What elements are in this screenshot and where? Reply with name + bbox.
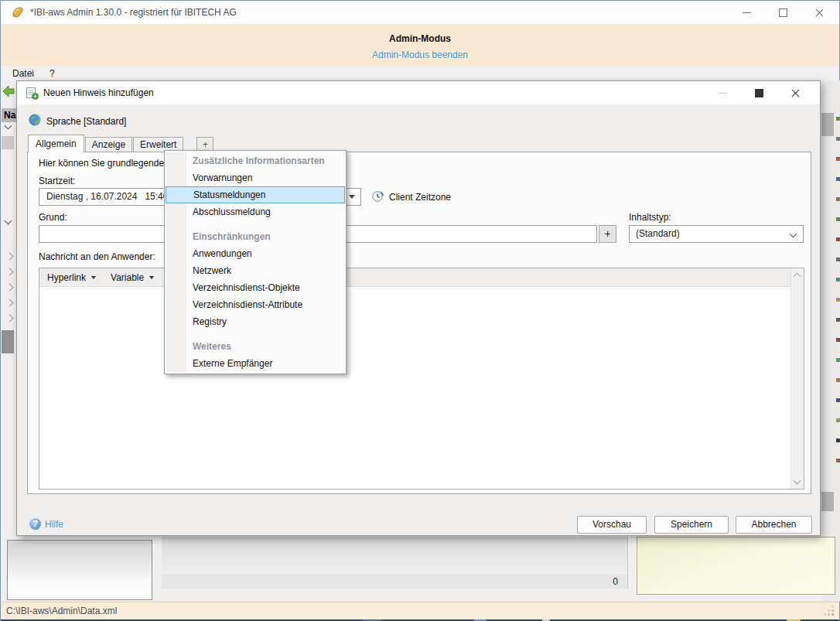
editor-toolbar: Hyperlink Variable Be <box>39 268 791 287</box>
status-bar: C:\IBI-aws\Admin\Data.xml <box>2 602 838 620</box>
menu-item-datei[interactable]: Datei <box>12 68 34 79</box>
dialog-minimize-button[interactable] <box>705 81 741 104</box>
nachricht-label: Nachricht an den Anwender: <box>39 251 155 262</box>
dialog-maximize-button[interactable] <box>741 81 777 104</box>
dropdown-arrow-icon <box>349 195 355 202</box>
help-icon <box>29 518 41 530</box>
tree-fragment <box>2 330 14 353</box>
menu-item-abschlussmeldung[interactable]: Abschlussmeldung <box>165 203 346 220</box>
informationsarten-menu: Zusätzliche Informationsarten Vorwarnung… <box>164 150 347 374</box>
menu-item-netzwerk[interactable]: Netzwerk <box>165 262 346 279</box>
tree-panel-fragment <box>7 540 152 600</box>
menu-spacer <box>165 330 346 338</box>
close-icon <box>815 9 824 17</box>
inhaltstyp-select[interactable]: (Standard) <box>629 225 804 243</box>
dropdown-arrow-icon <box>91 275 96 281</box>
menu-spacer <box>165 220 346 228</box>
inhaltstyp-label: Inhaltstyp: <box>629 212 671 223</box>
right-edge-fragment <box>821 80 840 602</box>
startzeit-value: Dienstag , 16.07.2024 15:40 <box>46 191 168 202</box>
app-title: *IBI-aws Admin 1.30.0 - registriert für … <box>30 7 237 18</box>
scroll-up-icon[interactable] <box>794 273 801 281</box>
intro-text: Hier können Sie grundlegende Ei <box>39 158 175 169</box>
dialog-titlebar: Neuen Hinweis hinzufügen <box>17 81 820 104</box>
chevron-down-icon[interactable] <box>5 122 12 130</box>
dialog-title: Neuen Hinweis hinzufügen <box>43 87 154 98</box>
startzeit-label: Startzeit: <box>39 176 75 186</box>
combo-chevron-icon <box>790 230 797 238</box>
app-icon <box>11 5 25 19</box>
menu-item-verzeichnisdienst-attribute[interactable]: Verzeichnisdienst-Attribute <box>165 296 346 313</box>
dialog-neuen-hinweis: Neuen Hinweis hinzufügen Sprache [Standa… <box>16 80 821 536</box>
menu-header-weiteres: Weiteres <box>165 338 346 355</box>
menu-header-informationsarten: Zusätzliche Informationsarten <box>165 152 346 169</box>
tab-page-allgemein: Hier können Sie grundlegende Ei Startzei… <box>27 152 811 494</box>
tab-allgemein[interactable]: Allgemein <box>28 135 84 152</box>
tab-anzeige[interactable]: Anzeige <box>85 137 132 152</box>
vorschau-button[interactable]: Vorschau <box>577 516 647 534</box>
dropdown-arrow-icon <box>149 275 154 281</box>
tree-column-header: Na <box>2 108 17 122</box>
count-row: 0 <box>162 573 627 589</box>
timezone-clock-icon <box>371 189 384 203</box>
maximize-icon <box>755 89 763 97</box>
variable-menu-button[interactable]: Variable <box>111 272 155 283</box>
scroll-down-icon[interactable] <box>794 477 801 485</box>
abbrechen-button[interactable]: Abbrechen <box>736 516 812 534</box>
close-icon <box>791 89 800 97</box>
language-globe-icon <box>29 114 41 126</box>
message-editor[interactable]: Hyperlink Variable Be <box>39 268 804 490</box>
menu-item-verzeichnisdienst-objekte[interactable]: Verzeichnisdienst-Objekte <box>165 279 346 296</box>
language-label: Sprache [Standard] <box>46 116 126 127</box>
minimize-button[interactable] <box>729 1 765 24</box>
menu-item-registry[interactable]: Registry <box>165 313 346 330</box>
list-panel-fragment: 0 <box>162 537 628 589</box>
dialog-close-button[interactable] <box>777 81 814 104</box>
hyperlink-menu-button[interactable]: Hyperlink <box>47 272 97 283</box>
speichern-button[interactable]: Speichern <box>654 516 729 534</box>
inhaltstyp-value: (Standard) <box>636 228 680 239</box>
help-link[interactable]: Hilfe <box>45 519 63 530</box>
resize-grip-icon[interactable] <box>831 613 834 616</box>
message-content[interactable] <box>39 287 791 489</box>
back-icon[interactable] <box>2 84 15 98</box>
chevron-right-icon[interactable] <box>6 253 14 261</box>
chevron-down-icon[interactable] <box>5 217 12 225</box>
preview-panel-fragment <box>637 537 835 595</box>
admin-mode-title: Admin-Modus <box>2 33 838 44</box>
admin-mode-banner: Admin-Modus Admin-Modus beenden <box>2 24 838 67</box>
menu-item-help[interactable]: ? <box>50 68 55 79</box>
menu-item-anwendungen[interactable]: Anwendungen <box>165 245 346 262</box>
chevron-right-icon[interactable] <box>6 315 14 322</box>
menu-item-statusmeldungen[interactable]: Statusmeldungen <box>166 186 345 203</box>
statusbar-file-path: C:\IBI-aws\Admin\Data.xml <box>6 606 117 616</box>
admin-mode-exit-link[interactable]: Admin-Modus beenden <box>372 49 468 60</box>
dialog-icon <box>26 87 39 100</box>
main-window: *IBI-aws Admin 1.30.0 - registriert für … <box>0 0 840 621</box>
dialog-window-controls <box>705 81 814 104</box>
menu-item-vorwarnungen[interactable]: Vorwarnungen <box>165 169 346 186</box>
menu-header-einschraenkungen: Einschränkungen <box>165 228 346 245</box>
minimize-icon <box>743 12 751 13</box>
close-button[interactable] <box>801 1 838 24</box>
app-titlebar: *IBI-aws Admin 1.30.0 - registriert für … <box>1 1 839 24</box>
menu-item-externe-empfaenger[interactable]: Externe Empfänger <box>165 355 346 372</box>
window-controls <box>729 1 838 24</box>
menu-bar: Datei ? <box>2 67 838 80</box>
grund-add-button[interactable]: + <box>599 225 616 243</box>
timezone-label: Client Zeitzone <box>389 192 451 203</box>
tree-fragment <box>2 136 14 149</box>
chevron-right-icon[interactable] <box>6 299 14 307</box>
editor-scrollbar[interactable] <box>790 268 804 489</box>
chevron-right-icon[interactable] <box>6 268 14 276</box>
grund-label: Grund: <box>39 212 67 223</box>
count-value: 0 <box>613 576 618 587</box>
maximize-icon <box>779 9 787 17</box>
minimize-icon <box>719 93 727 94</box>
maximize-button[interactable] <box>765 1 801 24</box>
chevron-right-icon[interactable] <box>6 284 14 292</box>
